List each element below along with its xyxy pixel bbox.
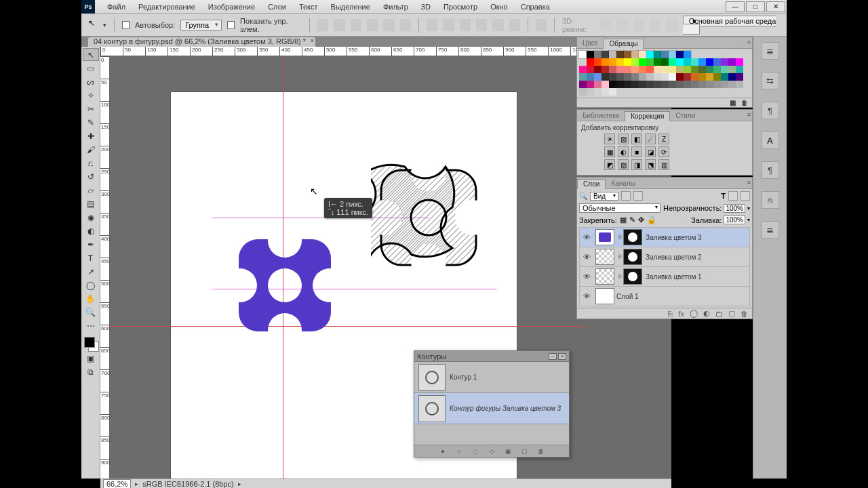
eyedropper-tool[interactable]: ✎	[83, 116, 99, 129]
adjustment-icon[interactable]: ◨	[631, 159, 642, 170]
move-tool[interactable]: ↖	[83, 48, 99, 61]
align-icon[interactable]	[334, 19, 344, 31]
align-icon[interactable]	[367, 19, 378, 31]
lock-icon[interactable]: ▦	[620, 216, 627, 224]
layer-thumb[interactable]	[595, 268, 614, 285]
magic-wand-tool[interactable]: ✧	[83, 89, 99, 102]
layer-name[interactable]: Заливка цветом 1	[646, 273, 749, 281]
adjustment-icon[interactable]: ☄	[645, 134, 656, 144]
navigator-panel-icon[interactable]: ⎋	[762, 191, 779, 209]
arrow-icon[interactable]: ▸	[135, 481, 138, 487]
ruler-vertical[interactable]: 0501001502002503003504004505005506006507…	[100, 56, 110, 479]
adjustment-icon[interactable]: ⬔	[645, 159, 656, 170]
marquee-tool[interactable]: ▭	[83, 62, 99, 75]
panel-tab[interactable]: Каналы	[606, 179, 641, 188]
visibility-icon[interactable]: 👁	[580, 233, 593, 241]
panel-menu-icon[interactable]: ≡	[747, 39, 751, 45]
delete-path-icon[interactable]: 🗑	[536, 447, 545, 456]
menu-item[interactable]: Файл	[102, 1, 131, 12]
layer-filter-select[interactable]: Вид	[590, 192, 618, 201]
layer-name[interactable]: Слой 1	[616, 293, 749, 300]
path-to-selection-icon[interactable]: ◌	[471, 447, 480, 456]
arrow-icon[interactable]: ▸	[238, 481, 241, 487]
menu-item[interactable]: Текст	[294, 1, 323, 12]
menu-item[interactable]: Редактирование	[133, 1, 201, 12]
layer-name[interactable]: Заливка цветом 3	[646, 234, 749, 241]
visibility-icon[interactable]: 👁	[580, 253, 593, 261]
arrange-icon[interactable]	[536, 19, 547, 31]
lock-icon[interactable]: 🔒	[647, 216, 656, 224]
panel-tab[interactable]: Библиотеки	[577, 111, 625, 121]
menu-item[interactable]: 3D	[416, 1, 436, 12]
panel-tab[interactable]: Слои	[577, 179, 606, 189]
zoom-tool[interactable]: 🔍	[83, 306, 99, 319]
adjustment-icon[interactable]: ⟳	[658, 146, 669, 157]
distribute-icon[interactable]	[443, 19, 454, 31]
panel-minimize-icon[interactable]: –	[549, 353, 557, 360]
paragraph-panel-icon[interactable]: ¶	[762, 161, 779, 179]
distribute-icon[interactable]	[427, 19, 437, 31]
fill-input[interactable]: 100%	[724, 216, 745, 224]
filter-icon[interactable]	[633, 191, 643, 201]
distribute-icon[interactable]	[460, 19, 471, 31]
layer-mask-thumb[interactable]	[623, 249, 642, 265]
lasso-tool[interactable]: ᔕ	[83, 75, 99, 88]
pen-tool[interactable]: ✒	[83, 238, 99, 251]
layer-row[interactable]: 👁⎘Заливка цветом 3	[579, 227, 750, 247]
distribute-icon[interactable]	[509, 19, 520, 31]
align-icon[interactable]	[351, 19, 361, 31]
layer-thumb[interactable]	[595, 288, 614, 304]
adjustment-icon[interactable]: ☀	[604, 134, 615, 144]
menu-item[interactable]: Изображение	[203, 1, 260, 12]
color-swatches-tool[interactable]	[83, 336, 99, 352]
close-tab-icon[interactable]: ×	[311, 37, 314, 44]
filter-icon[interactable]	[621, 191, 631, 201]
layer-mask-icon[interactable]: ◯	[690, 309, 698, 318]
adjustment-icon[interactable]: ▨	[618, 134, 629, 144]
new-swatch-icon[interactable]: ▦	[730, 99, 736, 106]
swatches-grid[interactable]	[579, 51, 750, 96]
character-panel-icon[interactable]: A	[762, 131, 779, 149]
blend-mode-select[interactable]: Обычные	[579, 203, 660, 213]
hand-tool[interactable]: ✋	[83, 292, 99, 305]
panel-tab[interactable]: Образцы	[603, 39, 644, 49]
adjustment-icon[interactable]: ◐	[618, 146, 629, 157]
menu-item[interactable]: Справка	[515, 1, 555, 12]
stroke-path-icon[interactable]: ○	[454, 447, 464, 456]
document-tab[interactable]: 04 контур в фигуру.psd @ 66,2% (Заливка …	[88, 37, 315, 47]
panel-menu-icon[interactable]: ≡	[747, 111, 751, 118]
visibility-icon[interactable]: 👁	[580, 292, 593, 300]
layer-thumb[interactable]	[595, 229, 614, 245]
blur-tool[interactable]: ◉	[83, 211, 99, 224]
adjustment-icon[interactable]: ◪	[645, 146, 656, 157]
brush-panel-icon[interactable]: ¶	[762, 102, 779, 119]
minimize-button[interactable]: —	[726, 1, 745, 12]
panel-close-icon[interactable]: ×	[558, 353, 566, 360]
panel-tab[interactable]: Стили	[670, 111, 701, 121]
panel-tab[interactable]: Цвет	[577, 39, 603, 48]
new-path-icon[interactable]: ▢	[519, 447, 529, 456]
paths-panel[interactable]: Контуры – × Контур 1Контур фигуры Заливк…	[414, 350, 570, 458]
layer-mask-thumb[interactable]	[623, 229, 642, 245]
autoselect-mode-select[interactable]: Группа	[180, 20, 222, 30]
properties-panel-icon[interactable]: ⇆	[762, 72, 779, 89]
adjustment-layer-icon[interactable]: ◐	[703, 309, 710, 318]
path-name[interactable]: Контур фигуры Заливка цветом 3	[450, 405, 561, 412]
fg-color[interactable]	[84, 337, 95, 348]
autoselect-checkbox[interactable]	[122, 21, 130, 29]
distribute-icon[interactable]	[476, 19, 487, 31]
menu-item[interactable]: Фильтр	[378, 1, 414, 12]
lock-icon[interactable]: ✎	[629, 216, 635, 224]
healing-brush-tool[interactable]: ✚	[83, 129, 99, 142]
shape-tool[interactable]: ◯	[83, 279, 99, 291]
edit-toolbar[interactable]: ⋯	[83, 319, 99, 332]
selection-to-path-icon[interactable]: ◇	[487, 447, 496, 456]
path-thumb[interactable]	[418, 364, 446, 391]
layer-name[interactable]: Заливка цветом 2	[646, 253, 749, 261]
dodge-tool[interactable]: ◐	[83, 224, 99, 237]
align-icon[interactable]	[383, 19, 394, 31]
visibility-icon[interactable]: 👁	[580, 272, 593, 281]
path-thumb[interactable]	[418, 395, 446, 422]
delete-layer-icon[interactable]: 🗑	[741, 310, 748, 318]
history-panel-icon[interactable]: ≣	[762, 42, 779, 60]
